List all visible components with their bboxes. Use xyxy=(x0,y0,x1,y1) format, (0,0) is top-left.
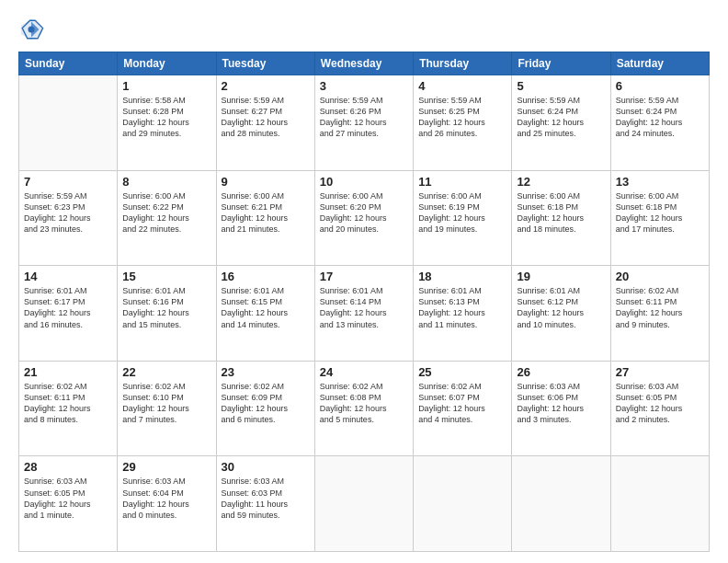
day-info: Sunrise: 6:03 AM Sunset: 6:04 PM Dayligh… xyxy=(122,476,210,521)
day-number: 14 xyxy=(24,270,112,283)
day-info: Sunrise: 5:58 AM Sunset: 6:28 PM Dayligh… xyxy=(122,95,210,140)
day-info: Sunrise: 5:59 AM Sunset: 6:26 PM Dayligh… xyxy=(320,95,408,140)
day-info: Sunrise: 5:59 AM Sunset: 6:23 PM Dayligh… xyxy=(24,190,112,236)
day-number: 17 xyxy=(320,270,408,283)
weekday-header-tuesday: Tuesday xyxy=(216,52,314,75)
day-number: 8 xyxy=(122,175,210,189)
calendar-cell: 23Sunrise: 6:02 AM Sunset: 6:09 PM Dayli… xyxy=(216,361,314,456)
day-number: 1 xyxy=(122,79,210,93)
day-number: 23 xyxy=(222,365,310,379)
calendar-week-1: 1Sunrise: 5:58 AM Sunset: 6:28 PM Daylig… xyxy=(19,75,710,171)
day-info: Sunrise: 5:59 AM Sunset: 6:25 PM Dayligh… xyxy=(418,95,506,140)
page: SundayMondayTuesdayWednesdayThursdayFrid… xyxy=(0,0,728,563)
calendar-cell: 4Sunrise: 5:59 AM Sunset: 6:25 PM Daylig… xyxy=(414,75,512,171)
day-info: Sunrise: 6:01 AM Sunset: 6:13 PM Dayligh… xyxy=(418,285,506,330)
day-info: Sunrise: 5:59 AM Sunset: 6:27 PM Dayligh… xyxy=(222,95,310,140)
day-number: 15 xyxy=(122,270,210,283)
day-number: 6 xyxy=(616,79,704,93)
day-number: 11 xyxy=(418,175,506,189)
day-number: 4 xyxy=(418,79,506,93)
day-number: 9 xyxy=(222,175,310,189)
day-info: Sunrise: 6:03 AM Sunset: 6:05 PM Dayligh… xyxy=(24,476,112,521)
calendar-cell: 5Sunrise: 5:59 AM Sunset: 6:24 PM Daylig… xyxy=(512,75,610,171)
calendar-cell xyxy=(19,75,118,171)
calendar-cell: 25Sunrise: 6:02 AM Sunset: 6:07 PM Dayli… xyxy=(414,361,512,456)
day-number: 7 xyxy=(24,175,112,189)
logo xyxy=(18,17,48,42)
calendar-cell: 29Sunrise: 6:03 AM Sunset: 6:04 PM Dayli… xyxy=(118,456,216,552)
calendar-week-3: 14Sunrise: 6:01 AM Sunset: 6:17 PM Dayli… xyxy=(19,266,710,362)
day-number: 16 xyxy=(222,270,310,283)
day-number: 22 xyxy=(122,365,210,379)
weekday-header-friday: Friday xyxy=(512,52,610,75)
header xyxy=(18,17,710,42)
day-number: 24 xyxy=(320,365,408,379)
calendar-week-2: 7Sunrise: 5:59 AM Sunset: 6:23 PM Daylig… xyxy=(19,170,710,266)
calendar-cell: 12Sunrise: 6:00 AM Sunset: 6:18 PM Dayli… xyxy=(512,170,610,266)
day-number: 27 xyxy=(616,365,704,379)
day-info: Sunrise: 5:59 AM Sunset: 6:24 PM Dayligh… xyxy=(517,95,605,140)
calendar-cell: 21Sunrise: 6:02 AM Sunset: 6:11 PM Dayli… xyxy=(19,361,118,456)
day-info: Sunrise: 6:03 AM Sunset: 6:05 PM Dayligh… xyxy=(616,381,704,426)
calendar-cell xyxy=(610,456,709,552)
logo-icon xyxy=(18,17,44,42)
day-info: Sunrise: 6:02 AM Sunset: 6:11 PM Dayligh… xyxy=(24,381,112,426)
weekday-header-wednesday: Wednesday xyxy=(314,52,413,75)
day-info: Sunrise: 6:02 AM Sunset: 6:10 PM Dayligh… xyxy=(122,381,210,426)
day-info: Sunrise: 6:02 AM Sunset: 6:11 PM Dayligh… xyxy=(616,285,704,330)
day-info: Sunrise: 6:02 AM Sunset: 6:07 PM Dayligh… xyxy=(418,381,506,426)
calendar-cell: 17Sunrise: 6:01 AM Sunset: 6:14 PM Dayli… xyxy=(314,266,413,362)
day-info: Sunrise: 6:01 AM Sunset: 6:16 PM Dayligh… xyxy=(122,285,210,330)
day-number: 25 xyxy=(418,365,506,379)
calendar-cell: 7Sunrise: 5:59 AM Sunset: 6:23 PM Daylig… xyxy=(19,170,118,266)
calendar-week-4: 21Sunrise: 6:02 AM Sunset: 6:11 PM Dayli… xyxy=(19,361,710,456)
day-number: 18 xyxy=(418,270,506,283)
weekday-header-saturday: Saturday xyxy=(610,52,709,75)
calendar-table: SundayMondayTuesdayWednesdayThursdayFrid… xyxy=(18,52,710,552)
day-info: Sunrise: 6:00 AM Sunset: 6:18 PM Dayligh… xyxy=(517,190,605,236)
day-number: 26 xyxy=(517,365,605,379)
calendar-cell: 15Sunrise: 6:01 AM Sunset: 6:16 PM Dayli… xyxy=(118,266,216,362)
calendar-cell: 8Sunrise: 6:00 AM Sunset: 6:22 PM Daylig… xyxy=(118,170,216,266)
day-number: 13 xyxy=(616,175,704,189)
calendar-cell: 10Sunrise: 6:00 AM Sunset: 6:20 PM Dayli… xyxy=(314,170,413,266)
calendar-cell: 16Sunrise: 6:01 AM Sunset: 6:15 PM Dayli… xyxy=(216,266,314,362)
calendar-cell: 30Sunrise: 6:03 AM Sunset: 6:03 PM Dayli… xyxy=(216,456,314,552)
calendar-cell xyxy=(314,456,413,552)
calendar-cell xyxy=(414,456,512,552)
day-info: Sunrise: 6:01 AM Sunset: 6:14 PM Dayligh… xyxy=(320,285,408,330)
calendar-cell: 27Sunrise: 6:03 AM Sunset: 6:05 PM Dayli… xyxy=(610,361,709,456)
calendar-cell: 28Sunrise: 6:03 AM Sunset: 6:05 PM Dayli… xyxy=(19,456,118,552)
day-number: 29 xyxy=(122,460,210,474)
weekday-header-thursday: Thursday xyxy=(414,52,512,75)
day-info: Sunrise: 6:00 AM Sunset: 6:18 PM Dayligh… xyxy=(616,190,704,236)
calendar-cell: 3Sunrise: 5:59 AM Sunset: 6:26 PM Daylig… xyxy=(314,75,413,171)
calendar-cell: 11Sunrise: 6:00 AM Sunset: 6:19 PM Dayli… xyxy=(414,170,512,266)
day-info: Sunrise: 6:03 AM Sunset: 6:03 PM Dayligh… xyxy=(222,476,310,521)
day-number: 19 xyxy=(517,270,605,283)
day-info: Sunrise: 6:00 AM Sunset: 6:20 PM Dayligh… xyxy=(320,190,408,236)
day-info: Sunrise: 5:59 AM Sunset: 6:24 PM Dayligh… xyxy=(616,95,704,140)
calendar-cell: 9Sunrise: 6:00 AM Sunset: 6:21 PM Daylig… xyxy=(216,170,314,266)
day-info: Sunrise: 6:01 AM Sunset: 6:12 PM Dayligh… xyxy=(517,285,605,330)
day-info: Sunrise: 6:01 AM Sunset: 6:15 PM Dayligh… xyxy=(222,285,310,330)
day-info: Sunrise: 6:02 AM Sunset: 6:09 PM Dayligh… xyxy=(222,381,310,426)
day-number: 21 xyxy=(24,365,112,379)
day-number: 5 xyxy=(517,79,605,93)
day-number: 12 xyxy=(517,175,605,189)
calendar-cell xyxy=(512,456,610,552)
day-number: 10 xyxy=(320,175,408,189)
calendar-cell: 14Sunrise: 6:01 AM Sunset: 6:17 PM Dayli… xyxy=(19,266,118,362)
calendar-cell: 20Sunrise: 6:02 AM Sunset: 6:11 PM Dayli… xyxy=(610,266,709,362)
day-number: 3 xyxy=(320,79,408,93)
weekday-header-sunday: Sunday xyxy=(19,52,118,75)
calendar-cell: 18Sunrise: 6:01 AM Sunset: 6:13 PM Dayli… xyxy=(414,266,512,362)
day-info: Sunrise: 6:01 AM Sunset: 6:17 PM Dayligh… xyxy=(24,285,112,330)
day-info: Sunrise: 6:00 AM Sunset: 6:22 PM Dayligh… xyxy=(122,190,210,236)
day-number: 20 xyxy=(616,270,704,283)
svg-point-2 xyxy=(28,27,35,33)
calendar-cell: 2Sunrise: 5:59 AM Sunset: 6:27 PM Daylig… xyxy=(216,75,314,171)
calendar-week-5: 28Sunrise: 6:03 AM Sunset: 6:05 PM Dayli… xyxy=(19,456,710,552)
day-info: Sunrise: 6:02 AM Sunset: 6:08 PM Dayligh… xyxy=(320,381,408,426)
day-number: 30 xyxy=(222,460,310,474)
